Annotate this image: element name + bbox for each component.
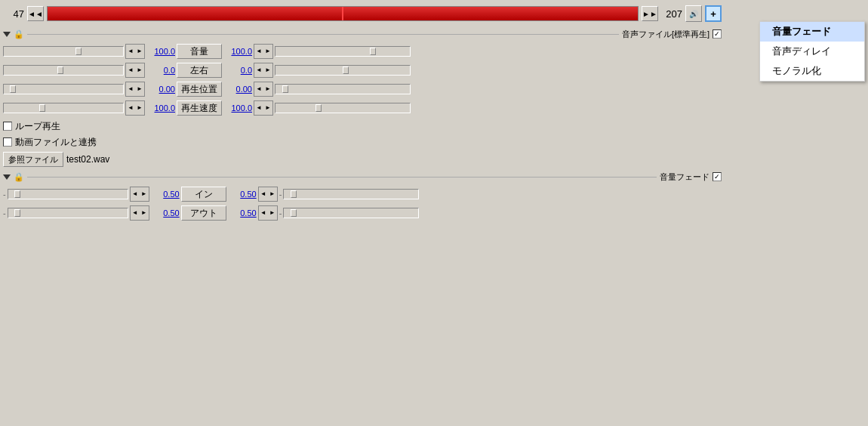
fade-in-left-thumb[interactable] [14, 190, 20, 198]
file-reference-btn[interactable]: 参照ファイル [3, 152, 63, 167]
playpos-right-thumb[interactable] [282, 85, 288, 93]
playpos-right-value[interactable]: 0.00 [223, 85, 252, 94]
section1-lock-icon[interactable]: 🔒 [14, 29, 24, 39]
playpos-dec-btn[interactable]: ◄ [126, 82, 135, 96]
section1-header: 🔒 音声ファイル[標準再生] ✓ [3, 27, 722, 41]
pan-left-thumb[interactable] [57, 66, 63, 74]
fade-out-row: - ◄ ► 0.50 アウト 0.50 ◄ ► - [3, 204, 722, 222]
fade-out-dash-left: - [3, 208, 6, 218]
playspeed-left-value[interactable]: 100.0 [146, 103, 175, 113]
pan-right-arrow-group: ◄ ► [254, 63, 273, 78]
progress-bar[interactable] [47, 6, 639, 21]
fade-out-dash-right: - [279, 208, 282, 218]
playspeed-left-thumb[interactable] [39, 104, 45, 112]
section1-collapse-icon[interactable] [3, 32, 11, 37]
fade-in-inc-btn[interactable]: ► [140, 187, 149, 201]
volume-left-slider[interactable] [3, 46, 124, 57]
playspeed-right-slider[interactable] [275, 103, 411, 113]
volume-inc-btn[interactable]: ► [135, 45, 144, 58]
volume-right-inc-btn[interactable]: ► [263, 45, 272, 58]
section2-lock-icon[interactable]: 🔒 [14, 171, 24, 182]
fade-in-right-slider[interactable] [283, 189, 419, 199]
dropdown-item-volume-fade[interactable]: 音量フェード [760, 22, 864, 42]
pan-left-slider[interactable] [3, 65, 124, 76]
forward-button[interactable]: ►► [642, 6, 658, 21]
volume-button[interactable]: 🔊 [685, 5, 702, 22]
volume-left-thumb[interactable] [75, 48, 82, 55]
fade-out-right-arrow-group: ◄ ► [258, 205, 278, 221]
fade-out-left-slider[interactable] [8, 208, 128, 218]
add-effect-button[interactable]: + [705, 5, 722, 22]
pan-right-dec-btn[interactable]: ◄ [254, 63, 263, 77]
loop-checkbox[interactable] [3, 122, 12, 131]
playpos-right-inc-btn[interactable]: ► [263, 82, 272, 96]
playspeed-right-value[interactable]: 100.0 [223, 103, 252, 113]
fade-out-label-btn[interactable]: アウト [181, 205, 226, 221]
playspeed-left-slider[interactable] [3, 103, 124, 113]
volume-right-slider[interactable] [275, 46, 411, 57]
section2-checkbox[interactable]: ✓ [713, 172, 722, 181]
playpos-left-thumb[interactable] [10, 85, 16, 93]
volume-dec-btn[interactable]: ◄ [126, 45, 135, 58]
playspeed-right-inc-btn[interactable]: ► [263, 101, 272, 115]
playspeed-dec-btn[interactable]: ◄ [126, 101, 135, 115]
fade-in-dec-btn[interactable]: ◄ [131, 187, 140, 201]
volume-row: ◄ ► 100.0 音量 100.0 ◄ ► [3, 42, 722, 60]
playpos-right-dec-btn[interactable]: ◄ [254, 82, 263, 96]
fade-out-left-thumb[interactable] [14, 209, 20, 217]
fade-in-row: - ◄ ► 0.50 イン 0.50 ◄ ► - [3, 185, 722, 203]
fade-in-right-dec-btn[interactable]: ◄ [259, 187, 268, 201]
fade-in-right-thumb[interactable] [291, 190, 297, 198]
fade-out-right-value[interactable]: 0.50 [228, 208, 257, 218]
playspeed-label-btn[interactable]: 再生速度 [177, 100, 222, 116]
dropdown-item-mono[interactable]: モノラル化 [760, 61, 864, 81]
playpos-right-slider[interactable] [275, 84, 411, 94]
pan-right-inc-btn[interactable]: ► [263, 63, 272, 77]
fade-out-right-dec-btn[interactable]: ◄ [259, 206, 268, 220]
loop-row: ループ再生 [3, 119, 722, 133]
pan-right-value[interactable]: 0.0 [223, 66, 252, 75]
playspeed-row: ◄ ► 100.0 再生速度 100.0 ◄ ► [3, 99, 722, 117]
fade-out-left-value[interactable]: 0.50 [151, 208, 180, 218]
section1-file-label: 音声ファイル[標準再生] [622, 29, 709, 40]
playpos-left-value[interactable]: 0.00 [146, 85, 175, 94]
fade-out-inc-btn[interactable]: ► [140, 206, 149, 220]
playpos-label-btn[interactable]: 再生位置 [177, 82, 222, 97]
right-frame-number: 207 [661, 8, 682, 20]
pan-label-btn[interactable]: 左右 [177, 63, 222, 78]
fade-out-dec-btn[interactable]: ◄ [131, 206, 140, 220]
fade-out-right-thumb[interactable] [291, 209, 297, 217]
fade-in-label-btn[interactable]: イン [181, 187, 226, 202]
volume-label-btn[interactable]: 音量 [177, 44, 222, 59]
fade-in-right-value[interactable]: 0.50 [228, 190, 257, 199]
pan-dec-btn[interactable]: ◄ [126, 63, 135, 77]
fade-in-arrow-group: ◄ ► [130, 187, 149, 202]
fade-in-right-arrow-group: ◄ ► [258, 187, 278, 202]
fade-in-left-value[interactable]: 0.50 [151, 190, 180, 199]
pan-inc-btn[interactable]: ► [135, 63, 144, 77]
playpos-row: ◄ ► 0.00 再生位置 0.00 ◄ ► [3, 80, 722, 98]
pan-right-slider[interactable] [275, 65, 411, 76]
fade-out-right-slider[interactable] [283, 208, 419, 218]
pan-arrow-group: ◄ ► [125, 63, 145, 78]
volume-right-dec-btn[interactable]: ◄ [254, 45, 263, 58]
playpos-left-slider[interactable] [3, 84, 124, 94]
pan-left-value[interactable]: 0.0 [146, 66, 175, 75]
rewind-button[interactable]: ◄◄ [27, 6, 44, 21]
volume-left-value[interactable]: 100.0 [146, 47, 175, 56]
fade-out-right-inc-btn[interactable]: ► [268, 206, 277, 220]
volume-right-thumb[interactable] [370, 48, 376, 55]
section1-checkbox[interactable]: ✓ [713, 29, 722, 39]
playspeed-right-thumb[interactable] [315, 104, 322, 112]
fade-in-left-slider[interactable] [8, 189, 128, 199]
playpos-inc-btn[interactable]: ► [135, 82, 144, 96]
section2-collapse-icon[interactable] [3, 174, 11, 180]
playspeed-right-dec-btn[interactable]: ◄ [254, 101, 263, 115]
pan-right-thumb[interactable] [343, 66, 349, 74]
left-frame-number: 47 [3, 8, 24, 20]
video-link-checkbox[interactable] [3, 137, 12, 147]
playspeed-inc-btn[interactable]: ► [135, 101, 144, 115]
volume-right-value[interactable]: 100.0 [223, 47, 252, 56]
fade-in-right-inc-btn[interactable]: ► [268, 187, 277, 201]
dropdown-item-audio-delay[interactable]: 音声ディレイ [760, 42, 864, 61]
